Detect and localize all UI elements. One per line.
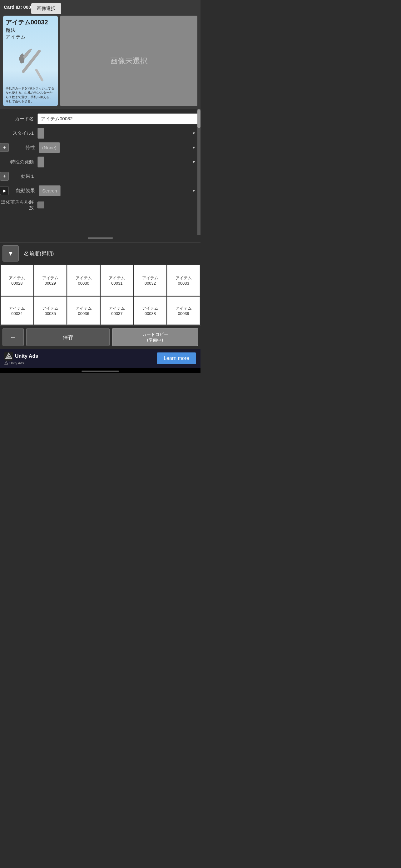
list-item[interactable]: アイテム00030 (67, 265, 100, 296)
list-item[interactable]: アイテム00032 (134, 265, 167, 296)
card-preview: アイテム00032 魔法 アイテム 手札のカードを2枚トラッシュするなら使える。… (3, 16, 58, 106)
list-item[interactable]: アイテム00039 (167, 297, 200, 324)
unity-logo-area: Unity Ads Unity Ads (4, 352, 38, 365)
unity-ads-logo: Unity Ads (4, 352, 38, 361)
card-name-label: カード名 (0, 116, 37, 122)
passive-effect-play-button[interactable]: ▶ (0, 186, 9, 195)
pickaxe-icon (13, 42, 48, 83)
unity-small-label: Unity Ads (4, 361, 24, 365)
svg-marker-7 (5, 362, 8, 364)
home-bar (81, 371, 119, 372)
divider-line-3 (88, 240, 113, 240)
back-button[interactable]: ← (2, 328, 24, 346)
card-grid: アイテム00028 アイテム00029 アイテム00030 アイテム00031 … (0, 264, 201, 325)
card-description: 手札のカードを2枚トラッシュするなら使える。山札のモンスターから１枚まで選び、手… (6, 86, 55, 104)
effect1-label: 効果１ (11, 174, 39, 179)
style1-row: スタイル1 (0, 127, 198, 140)
unity-ads-brand-label: Unity Ads (15, 353, 38, 359)
trait-plus-button[interactable]: + (0, 143, 9, 152)
divider-line-1 (88, 238, 113, 238)
pre-evolution-label: 進化前スキル解放 (0, 199, 37, 211)
trait-activation-select-wrapper (37, 157, 198, 167)
effect1-row: + 効果１ (0, 170, 198, 183)
image-select-button[interactable]: 画像選択 (31, 3, 61, 14)
action-bar: ← 保存 カードコピー(準備中) (0, 325, 201, 349)
card-area: Card ID: 00032 画像選択 アイテム00032 魔法 アイテム 手札… (0, 0, 201, 110)
svg-line-1 (36, 70, 42, 80)
list-item[interactable]: アイテム00036 (67, 297, 100, 324)
passive-effect-row: ▶ 能動効果 Search (0, 184, 198, 197)
home-indicator (0, 368, 201, 373)
passive-effect-select-wrapper: Search (39, 185, 198, 196)
pre-evolution-row: 進化前スキル解放 (0, 199, 198, 211)
card-name-row: カード名 (0, 113, 198, 125)
trait-row: + 特性 (None) (0, 141, 198, 154)
list-item[interactable]: アイテム00034 (1, 297, 33, 324)
list-item[interactable]: アイテム00029 (34, 265, 67, 296)
unity-small-icon (4, 361, 8, 365)
form-area: カード名 スタイル1 + 特性 (None) 特性の発動 + 効果 (0, 110, 201, 235)
ad-banner: Unity Ads Unity Ads Learn more (0, 349, 201, 368)
passive-effect-label: 能動効果 (11, 188, 39, 194)
trait-select[interactable]: (None) (39, 142, 60, 153)
card-name-input[interactable] (37, 114, 198, 124)
scrollbar[interactable] (197, 110, 201, 235)
style1-select[interactable] (37, 128, 44, 139)
list-item[interactable]: アイテム00031 (101, 265, 133, 296)
unity-icon (4, 352, 13, 361)
list-item[interactable]: アイテム00035 (34, 297, 67, 324)
no-image-panel: 画像未選択 (60, 16, 197, 106)
sort-label: 名前順(昇順) (24, 250, 54, 257)
pre-evolution-checkbox[interactable] (37, 202, 44, 208)
no-image-text: 画像未選択 (110, 56, 148, 66)
card-type2: アイテム (6, 34, 55, 40)
list-item[interactable]: アイテム00028 (1, 265, 33, 296)
style1-select-wrapper (37, 128, 198, 139)
passive-effect-select[interactable]: Search (39, 185, 61, 196)
learn-more-button[interactable]: Learn more (157, 352, 196, 364)
divider-lines (88, 238, 113, 240)
style1-label: スタイル1 (0, 130, 37, 136)
list-item[interactable]: アイテム00038 (134, 297, 167, 324)
trait-label: 特性 (11, 145, 39, 151)
trait-activation-select[interactable] (37, 157, 44, 167)
list-item[interactable]: アイテム00033 (167, 265, 200, 296)
card-image-area (6, 40, 55, 85)
divider (0, 235, 201, 243)
scrollbar-thumb[interactable] (197, 110, 201, 128)
save-button[interactable]: 保存 (26, 328, 110, 346)
trait-activation-row: 特性の発動 (0, 156, 198, 168)
trait-activation-label: 特性の発動 (0, 159, 37, 165)
card-type1: 魔法 (6, 27, 55, 34)
effect1-plus-button[interactable]: + (0, 172, 9, 181)
sort-bar: ▼ 名前順(昇順) (0, 243, 201, 264)
card-title: アイテム00032 (6, 18, 55, 27)
list-item[interactable]: アイテム00037 (101, 297, 133, 324)
sort-dropdown-button[interactable]: ▼ (2, 245, 19, 261)
form-spacer (0, 213, 198, 232)
trait-select-wrapper: (None) (39, 142, 198, 153)
copy-button[interactable]: カードコピー(準備中) (112, 328, 198, 346)
